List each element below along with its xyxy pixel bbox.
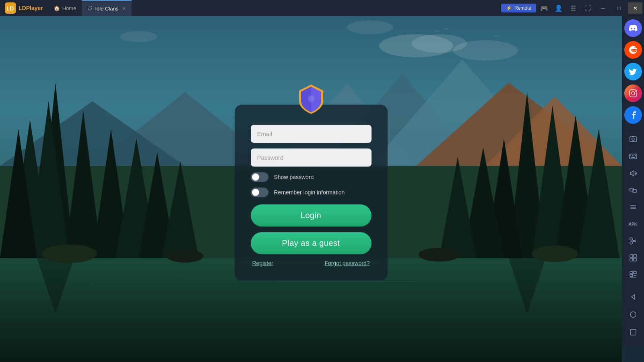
toggle-thumb-2 [252,189,259,196]
sidebar-bottom-tools [626,290,640,343]
resize-tool-btn[interactable] [626,183,640,197]
svg-point-5 [453,40,518,61]
app-logo: LD LDPlayer [0,2,48,14]
svg-rect-78 [630,329,636,335]
remote-button[interactable]: ⚡ Remote [501,4,536,12]
svg-point-77 [630,312,636,317]
app-name: LDPlayer [19,5,43,11]
svg-rect-74 [630,277,636,278]
maximize-button[interactable]: □ [612,2,626,14]
volume-tool-btn[interactable] [626,166,640,181]
login-button[interactable]: Login [251,204,372,226]
apk-tool-btn[interactable]: APK [626,217,640,231]
svg-point-49 [632,138,634,140]
grid-tool-btn[interactable] [626,251,640,265]
svg-rect-45 [630,90,637,97]
menu-tool-btn[interactable] [626,200,640,214]
svg-point-64 [630,242,632,244]
fullscreen-icon-btn[interactable]: ⛶ [581,2,594,14]
svg-point-63 [630,238,632,240]
titlebar-controls: ⚡ Remote 🎮 👤 ☰ ⛶ ─ □ ✕ [501,2,644,14]
back-tool-btn[interactable] [626,290,640,304]
show-password-toggle[interactable] [251,172,268,182]
twitter-icon [629,67,638,76]
circle-icon [629,311,637,319]
close-button[interactable]: ✕ [628,2,642,14]
hamburger-icon-btn[interactable]: ☰ [567,2,580,14]
resize-icon [629,186,637,194]
instagram-icon [629,89,638,98]
remember-login-label: Remember login information [274,189,345,195]
profile-icon-btn[interactable]: 👤 [552,2,565,14]
svg-rect-50 [632,136,634,137]
game-area: Show password Remember login information… [0,16,622,362]
scissors-tool-btn[interactable] [626,234,640,248]
home-tool-btn[interactable] [626,307,640,322]
svg-point-41 [419,248,460,261]
discord-icon [628,23,638,33]
more-icon [629,271,637,279]
password-input[interactable] [251,148,372,167]
keyboard-tool-btn[interactable] [626,149,640,164]
register-link[interactable]: Register [252,260,273,266]
svg-rect-54 [634,155,634,156]
more-tool-btn[interactable] [626,267,640,282]
game-tab-icon: 🛡 [87,6,93,12]
gamepad-icon-btn[interactable]: 🎮 [538,2,551,14]
svg-rect-69 [630,258,633,261]
remote-label: Remote [514,5,531,11]
forgot-password-link[interactable]: Forgot password? [324,260,369,266]
svg-rect-56 [631,157,635,158]
volume-icon [629,169,637,177]
game-tab-label: Idle Clans [95,6,118,12]
guest-button[interactable]: Play as a guest [251,232,372,254]
guest-btn-label: Play as a guest [282,239,340,247]
instagram-button[interactable] [624,84,642,102]
login-btn-label: Login [301,211,321,220]
svg-marker-57 [630,171,634,176]
screenshot-icon [629,136,637,144]
back-icon [629,293,637,301]
menu-icon [629,203,637,211]
discord-button[interactable] [624,19,642,37]
svg-rect-51 [630,154,637,159]
svg-rect-53 [632,155,633,156]
svg-point-38 [41,245,97,263]
svg-point-39 [532,245,578,262]
reddit-button[interactable] [624,41,642,59]
tabs-area: 🏠 Home 🛡 Idle Clans ✕ [48,0,501,16]
home-tab-label: Home [62,5,76,11]
home-tab[interactable]: 🏠 Home [48,0,82,16]
svg-marker-76 [632,294,635,299]
screenshot-tool-btn[interactable] [626,132,640,147]
svg-rect-48 [630,137,636,142]
titlebar: LD LDPlayer 🏠 Home 🛡 Idle Clans ✕ ⚡ Remo… [0,0,644,16]
svg-rect-68 [634,255,636,257]
svg-rect-70 [634,258,636,261]
main-layout: Show password Remember login information… [0,16,644,362]
keyboard-icon [629,152,637,160]
svg-point-7 [120,31,157,42]
lightning-icon: ⚡ [506,5,512,11]
minimize-button[interactable]: ─ [596,2,610,14]
facebook-button[interactable] [624,106,642,124]
reddit-icon [628,45,638,55]
ldplayer-logo-icon: LD [5,2,16,14]
sidebar-divider-1 [627,129,639,129]
square-tool-btn[interactable] [626,325,640,339]
show-password-label: Show password [274,174,314,180]
twitter-button[interactable] [624,63,642,80]
tab-close-icon[interactable]: ✕ [122,6,126,11]
svg-point-42 [308,95,314,102]
scissors-icon [629,237,637,245]
remember-login-toggle[interactable] [251,187,268,197]
game-tab[interactable]: 🛡 Idle Clans ✕ [82,0,132,16]
bottom-links: Register Forgot password? [251,260,372,266]
svg-rect-52 [630,155,631,156]
svg-point-40 [167,249,204,262]
svg-text:LD: LD [6,5,14,12]
svg-point-47 [635,91,636,92]
svg-rect-73 [630,274,633,276]
email-input[interactable] [251,125,372,143]
svg-rect-67 [630,255,633,257]
